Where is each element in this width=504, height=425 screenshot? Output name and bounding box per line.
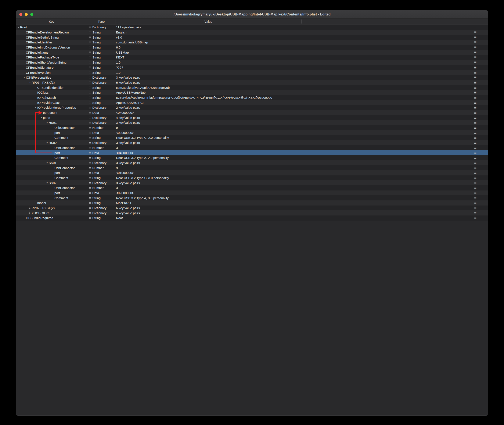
disclosure-triangle-icon[interactable]: ▼ xyxy=(34,106,37,109)
type-stepper-icon[interactable] xyxy=(89,217,91,219)
row-menu-icon[interactable]: ≡ xyxy=(473,131,488,135)
row-value[interactable]: Rear USB 3.2 Type A, 3.0 personality xyxy=(115,196,473,200)
row-menu-icon[interactable]: ≡ xyxy=(473,161,488,165)
type-stepper-icon[interactable] xyxy=(89,106,91,109)
row-type-cell[interactable]: String xyxy=(87,51,115,54)
row-value[interactable]: USBMap xyxy=(115,51,473,54)
row-value[interactable]: Rear USB 3.2 Type C, 2.0 personality xyxy=(115,136,473,139)
row-type-cell[interactable]: Number xyxy=(87,186,115,190)
row-menu-icon[interactable]: ≡ xyxy=(473,171,488,175)
plist-row[interactable]: IOClassStringAppleUSBMergeNub≡ xyxy=(16,90,488,95)
row-value[interactable]: com.apple.driver.AppleUSBMergeNub xyxy=(115,86,473,89)
plist-row[interactable]: CommentStringRear USB 3.2 Type C, 3.0 pe… xyxy=(16,175,488,180)
row-type-cell[interactable]: Dictionary xyxy=(87,81,115,84)
row-value[interactable]: MacPro7,1 xyxy=(115,201,473,205)
row-value[interactable]: 3 xyxy=(115,186,473,190)
row-menu-icon[interactable]: ≡ xyxy=(473,141,488,145)
row-value[interactable]: 6 key/value pairs xyxy=(115,206,473,210)
type-stepper-icon[interactable] xyxy=(89,136,91,139)
plist-row[interactable]: port-countData<04000000>≡ xyxy=(16,110,488,115)
type-stepper-icon[interactable] xyxy=(89,212,91,214)
disclosure-triangle-icon[interactable]: ▼ xyxy=(23,76,26,79)
type-stepper-icon[interactable] xyxy=(89,182,91,184)
type-stepper-icon[interactable] xyxy=(89,96,91,99)
row-menu-icon[interactable]: ≡ xyxy=(473,111,488,115)
plist-row[interactable]: CFBundleInfoDictionaryVersionString6.0≡ xyxy=(16,45,488,50)
row-type-cell[interactable]: Dictionary xyxy=(87,161,115,165)
column-divider[interactable] xyxy=(115,20,115,24)
plist-row[interactable]: CFBundleSignatureString????≡ xyxy=(16,65,488,70)
row-menu-icon[interactable]: ≡ xyxy=(473,136,488,139)
plist-row[interactable]: UsbConnectorNumber9≡ xyxy=(16,165,488,170)
row-value[interactable]: Rear USB 3.2 Type A, 2.0 personality xyxy=(115,156,473,159)
row-type-cell[interactable]: Dictionary xyxy=(87,26,115,29)
row-menu-icon[interactable]: ≡ xyxy=(473,176,488,180)
row-type-cell[interactable]: Dictionary xyxy=(87,116,115,120)
type-stepper-icon[interactable] xyxy=(89,202,91,204)
row-menu-icon[interactable]: ≡ xyxy=(473,40,488,44)
row-value[interactable]: AppleUSBXHCIPCI xyxy=(115,101,473,105)
row-type-cell[interactable]: String xyxy=(87,71,115,74)
plist-row[interactable]: portData<04000000>≡ xyxy=(16,150,488,155)
type-stepper-icon[interactable] xyxy=(89,76,91,79)
type-stepper-icon[interactable] xyxy=(89,172,91,174)
disclosure-triangle-icon[interactable]: ▶ xyxy=(28,212,32,214)
plist-row[interactable]: CommentStringRear USB 3.2 Type A, 3.0 pe… xyxy=(16,195,488,200)
plist-row[interactable]: ▼IOKitPersonalitiesDictionary3 key/value… xyxy=(16,75,488,80)
plist-row[interactable]: ▼portsDictionary4 key/value pairs≡ xyxy=(16,115,488,120)
zoom-button[interactable] xyxy=(30,13,33,16)
type-stepper-icon[interactable] xyxy=(89,197,91,199)
plist-row[interactable]: CFBundlePackageTypeStringKEXT≡ xyxy=(16,55,488,60)
type-stepper-icon[interactable] xyxy=(89,177,91,179)
row-value[interactable]: 3 key/value pairs xyxy=(115,141,473,145)
row-menu-icon[interactable]: ≡ xyxy=(473,116,488,120)
plist-row[interactable]: IOPathMatchStringIOService:/AppleACPIPla… xyxy=(16,95,488,100)
row-type-cell[interactable]: String xyxy=(87,36,115,39)
plist-row[interactable]: ▼SS01Dictionary3 key/value pairs≡ xyxy=(16,160,488,166)
row-value[interactable]: 3 key/value pairs xyxy=(115,181,473,185)
row-menu-icon[interactable]: ≡ xyxy=(473,86,488,90)
row-value[interactable]: ???? xyxy=(115,66,473,69)
close-button[interactable] xyxy=(19,13,22,16)
type-stepper-icon[interactable] xyxy=(89,46,91,49)
type-stepper-icon[interactable] xyxy=(89,31,91,34)
column-header-value[interactable]: Value xyxy=(115,19,301,25)
row-value[interactable]: <03000000> xyxy=(115,131,473,134)
row-value[interactable]: 6 key/value pairs xyxy=(115,211,473,215)
row-type-cell[interactable]: String xyxy=(87,196,115,200)
plist-row[interactable]: ▼IOProviderMergePropertiesDictionary2 ke… xyxy=(16,105,488,110)
disclosure-triangle-icon[interactable]: ▼ xyxy=(40,117,43,119)
row-type-cell[interactable]: Dictionary xyxy=(87,211,115,215)
row-type-cell[interactable]: String xyxy=(87,91,115,94)
disclosure-triangle-icon[interactable]: ▼ xyxy=(46,142,49,144)
type-stepper-icon[interactable] xyxy=(89,157,91,159)
row-value[interactable]: Rear USB 3.2 Type C, 3.0 personality xyxy=(115,176,473,180)
row-value[interactable]: <04000000> xyxy=(115,151,473,155)
type-stepper-icon[interactable] xyxy=(89,152,91,154)
row-value[interactable]: Root xyxy=(115,216,473,220)
plist-row[interactable]: CFBundleShortVersionStringString1.0≡ xyxy=(16,60,488,65)
row-type-cell[interactable]: String xyxy=(87,66,115,69)
row-type-cell[interactable]: String xyxy=(87,201,115,205)
plist-row[interactable]: OSBundleRequiredStringRoot≡ xyxy=(16,215,488,220)
row-type-cell[interactable]: String xyxy=(87,216,115,220)
type-stepper-icon[interactable] xyxy=(89,131,91,134)
row-value[interactable]: 9 xyxy=(115,126,473,129)
row-menu-icon[interactable]: ≡ xyxy=(473,196,488,200)
row-menu-icon[interactable]: ≡ xyxy=(473,120,488,125)
row-menu-icon[interactable]: ≡ xyxy=(473,126,488,130)
row-menu-icon[interactable]: ≡ xyxy=(473,96,488,100)
row-type-cell[interactable]: Dictionary xyxy=(87,206,115,210)
row-type-cell[interactable]: Dictionary xyxy=(87,106,115,109)
disclosure-triangle-icon[interactable]: ▼ xyxy=(17,26,20,28)
plist-row[interactable]: UsbConnectorNumber3≡ xyxy=(16,145,488,150)
type-stepper-icon[interactable] xyxy=(89,36,91,39)
row-menu-icon[interactable]: ≡ xyxy=(473,216,488,220)
type-stepper-icon[interactable] xyxy=(89,121,91,124)
type-stepper-icon[interactable] xyxy=(89,101,91,104)
disclosure-triangle-icon[interactable]: ▼ xyxy=(46,162,49,164)
column-header-key[interactable]: Key xyxy=(16,19,87,25)
row-value[interactable]: KEXT xyxy=(115,55,473,59)
type-stepper-icon[interactable] xyxy=(89,41,91,44)
type-stepper-icon[interactable] xyxy=(89,161,91,164)
